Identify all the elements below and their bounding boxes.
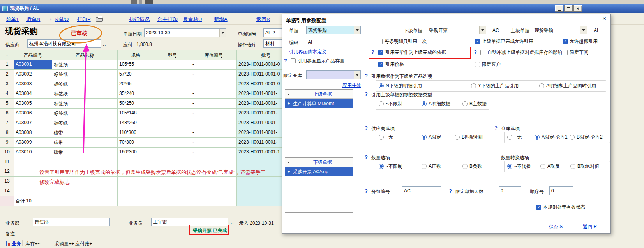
grid-cell-no[interactable]: 8 bbox=[0, 128, 14, 138]
grid-cell-spec[interactable]: 57*20 bbox=[118, 70, 154, 79]
grid-cell-code[interactable]: A03002 bbox=[14, 70, 52, 79]
grid-cell-loc[interactable]: - bbox=[191, 109, 237, 118]
grid-cell-spec[interactable] bbox=[118, 196, 154, 206]
grid-cell-name[interactable] bbox=[52, 196, 118, 206]
grid-cell-spec[interactable]: 20*65 bbox=[118, 79, 154, 89]
radio-warehouse-limit1[interactable]: A限定-仓库1 bbox=[535, 134, 568, 140]
grid-cell-model[interactable] bbox=[154, 177, 191, 186]
checkbox-ref-price[interactable]: ✓ 引用价格 bbox=[378, 62, 404, 67]
radio-qty-negative[interactable]: B负数 bbox=[462, 164, 482, 169]
grid-cell-no[interactable]: 6 bbox=[0, 109, 14, 118]
grid-cell-name[interactable]: 碳带 bbox=[52, 148, 118, 157]
grid-cell-model[interactable] bbox=[154, 89, 191, 99]
checkbox-limit-workshop[interactable]: ✓ 限定车间 bbox=[563, 49, 588, 55]
apply-link[interactable]: 应用生效 bbox=[342, 82, 361, 89]
checkbox-over-quota[interactable]: ✓ 允许超额引用 bbox=[563, 39, 598, 44]
grid-cell-model[interactable] bbox=[154, 118, 191, 128]
grid-cell-code[interactable]: A03006 bbox=[14, 109, 52, 118]
grid-cell-no[interactable]: 14 bbox=[0, 186, 14, 196]
radio-supplier-none[interactable]: ~无 bbox=[379, 134, 393, 140]
grid-cell-spec[interactable]: 148*260 bbox=[118, 118, 154, 128]
radio-datatype-detail[interactable]: A明细数据 bbox=[422, 101, 450, 107]
grid-cell-loc[interactable]: - bbox=[191, 118, 237, 128]
checkbox-rule-valid[interactable]: ✓ 本规则处于有效状态 bbox=[536, 204, 585, 210]
lower-doc-combo[interactable]: 采购开票 bbox=[427, 26, 486, 34]
radio-warehouse-none[interactable]: ~无 bbox=[507, 134, 522, 140]
grid-cell-no[interactable]: 4 bbox=[0, 89, 14, 99]
grid-cell-code[interactable]: A03007 bbox=[14, 118, 52, 128]
grid-cell-spec[interactable]: 160*300 bbox=[118, 148, 154, 157]
radio-product-detail[interactable]: N下级的明细引用 bbox=[379, 83, 422, 89]
toolbar-print[interactable]: 打印P bbox=[77, 16, 91, 23]
tab-business[interactable]: 业务 bbox=[12, 241, 21, 247]
grid-cell-code[interactable]: A03004 bbox=[14, 89, 52, 99]
grid-cell-spec[interactable] bbox=[118, 177, 154, 186]
salesman-more-button[interactable]: .. bbox=[231, 220, 234, 225]
grid-cell-model[interactable] bbox=[154, 79, 191, 89]
grid-cell-loc[interactable] bbox=[191, 157, 237, 167]
toolbar-merge-print[interactable]: 合并打印 bbox=[157, 16, 178, 23]
grid-cell-name[interactable]: 碳带 bbox=[52, 128, 118, 138]
grid-cell-model[interactable] bbox=[154, 70, 191, 79]
grid-cell-loc[interactable]: - bbox=[191, 60, 237, 70]
grid-cell-name[interactable]: 标签纸 bbox=[52, 79, 118, 89]
grid-cell-model[interactable] bbox=[154, 196, 191, 206]
radio-product-both[interactable]: A明细和主产品同时引用 bbox=[539, 83, 596, 89]
grid-cell-no[interactable] bbox=[0, 196, 14, 206]
grid-cell-loc[interactable]: - bbox=[191, 70, 237, 79]
radio-qty-positive[interactable]: A正数 bbox=[422, 164, 441, 169]
dialog-close-button[interactable]: × bbox=[600, 15, 609, 23]
grid-cell-loc[interactable] bbox=[191, 196, 237, 206]
limit-warehouse-combo[interactable] bbox=[306, 70, 361, 79]
radio-qty-nolimit[interactable]: ~不限制 bbox=[379, 164, 402, 169]
col-header-model[interactable]: 型号 bbox=[154, 50, 191, 60]
grid-cell-loc[interactable]: - bbox=[191, 79, 237, 89]
checkbox-ref-once[interactable]: ✓ 每条明细只引用一次 bbox=[378, 39, 427, 44]
printer-icon[interactable] bbox=[96, 17, 103, 22]
script-define-link[interactable]: 引用界面脚本定义 bbox=[289, 49, 326, 55]
seq-no-input[interactable] bbox=[549, 186, 573, 195]
dropdown-arrow-icon[interactable] bbox=[354, 71, 360, 79]
grid-cell-model[interactable] bbox=[154, 186, 191, 196]
grid-cell-code[interactable]: A03003 bbox=[14, 79, 52, 89]
grid-cell-loc[interactable] bbox=[191, 186, 237, 196]
toolbar-next-doc[interactable]: 后单N bbox=[26, 16, 40, 23]
grid-cell-no[interactable]: 13 bbox=[0, 177, 14, 186]
col-header-loc[interactable]: 库位编号 bbox=[191, 50, 237, 60]
dropdown-arrow-icon[interactable] bbox=[580, 26, 587, 34]
checkbox-upper-done-allow[interactable]: ✓ 上级单据已完成允许引用 bbox=[475, 39, 533, 44]
upper-doc-combo[interactable]: 现货采购 bbox=[533, 26, 587, 34]
grid-cell-model[interactable] bbox=[154, 148, 191, 157]
dropdown-arrow-icon[interactable] bbox=[219, 29, 226, 37]
maximize-button[interactable] bbox=[564, 5, 573, 12]
grid-cell-code[interactable]: A03001 bbox=[14, 60, 52, 70]
radio-datatype-nolimit[interactable]: ~不限制 bbox=[379, 101, 402, 107]
group-no-input[interactable] bbox=[402, 186, 441, 195]
grid-cell-no[interactable]: 9 bbox=[0, 138, 14, 148]
grid-cell-code[interactable]: A03005 bbox=[14, 99, 52, 109]
grid-cell-spec[interactable] bbox=[118, 186, 154, 196]
grid-cell-no[interactable]: 1 bbox=[0, 60, 14, 70]
grid-cell-no[interactable]: 3 bbox=[0, 79, 14, 89]
radio-qtyconv-negate[interactable]: A取反 bbox=[540, 164, 560, 169]
grid-cell-loc[interactable]: - bbox=[191, 128, 237, 138]
grid-cell-name[interactable]: 标签纸 bbox=[52, 109, 118, 118]
lower-doc-list-item[interactable]: ◆ 采购开票 AC/sup bbox=[285, 167, 353, 176]
grid-cell-no[interactable]: 12 bbox=[0, 167, 14, 177]
grid-cell-spec[interactable]: 110*300 bbox=[118, 128, 154, 138]
toolbar-functions[interactable]: 功能O bbox=[55, 16, 69, 23]
col-header-spec[interactable]: 规格 bbox=[118, 50, 154, 60]
grid-cell-name[interactable]: 标签纸 bbox=[52, 89, 118, 99]
grid-cell-spec[interactable]: 35*240 bbox=[118, 89, 154, 99]
close-button[interactable]: × bbox=[573, 5, 582, 12]
radio-supplier-match[interactable]: B匹配明细 bbox=[455, 134, 483, 140]
dept-input[interactable] bbox=[33, 218, 110, 226]
grid-cell-no[interactable]: 2 bbox=[0, 70, 14, 79]
grid-cell-name[interactable] bbox=[52, 157, 118, 167]
col-header-code[interactable]: 产品编号 bbox=[14, 50, 52, 60]
grid-cell-name[interactable]: 标签纸 bbox=[52, 118, 118, 128]
toolbar-add-new[interactable]: 新增A bbox=[214, 16, 228, 23]
tab-purchase-payable[interactable]: 采购量++ 应付账+ bbox=[55, 241, 92, 247]
doc-date-combo[interactable]: 2023-10-30 bbox=[144, 28, 226, 37]
grid-cell-code[interactable]: A03008 bbox=[14, 128, 52, 138]
